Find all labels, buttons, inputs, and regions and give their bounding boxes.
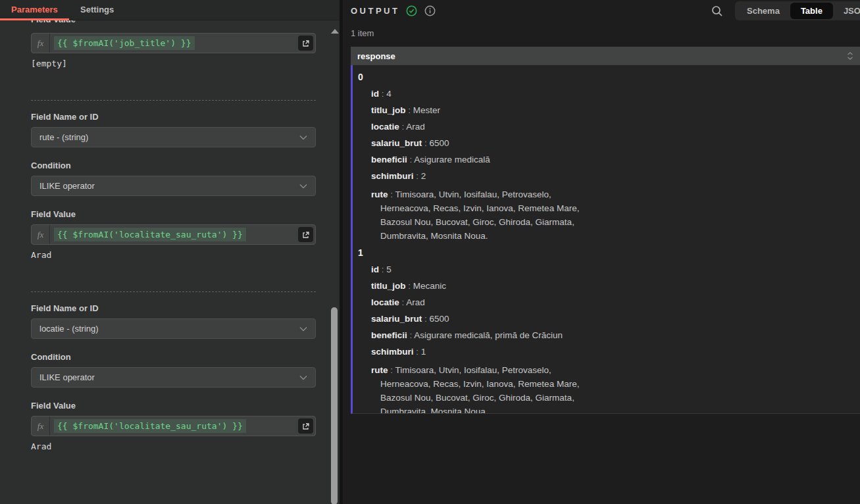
field-key: beneficii [371,330,407,340]
condition-label: Condition [31,161,71,170]
field-separator: : [407,155,415,164]
info-icon[interactable] [424,5,436,16]
field-row: rute : Timisoara, Utvin, Iosifalau, Petr… [371,363,591,414]
item-index: 0 [358,72,860,82]
select-value: locatie - (string) [39,324,299,334]
condition-select[interactable]: ILIKE operator [31,367,316,388]
field-key: salariu_brut [371,314,422,324]
field-key: titlu_job [371,281,406,291]
field-value: Arad [406,122,425,132]
field-key: locatie [371,297,399,307]
expand-icon [302,39,310,47]
field-key: id [371,89,379,99]
tab-schema[interactable]: Schema [736,3,790,19]
field-separator: : [406,281,413,291]
select-value: rute - (string) [39,132,299,142]
tab-table[interactable]: Table [790,3,833,19]
expression-text: {{ $fromAI('job_title') }} [54,36,195,50]
output-panel: OUTPUT Schema Table JSON 1 item response [343,0,860,504]
fx-icon: fx [32,34,50,53]
field-key: salariu_brut [371,138,422,148]
field-separator: : [388,189,395,199]
field-value: 1 [421,347,426,357]
active-tab-indicator [0,18,69,20]
condition-label: Condition [31,352,71,362]
response-column-header: response [351,47,860,65]
expression-text: {{ $fromAI('localitate_sau_ruta') }} [54,419,246,433]
field-value: 6500 [430,314,449,324]
tab-json[interactable]: JSON [833,3,860,19]
panel-tab-bar: Parameters Settings [0,0,340,20]
field-key: rute [371,189,388,199]
field-value-label: Field Value [31,209,76,219]
field-separator: : [388,365,395,375]
field-row: beneficii : Asigurare medicală, primă de… [371,330,860,340]
field-row: locatie : Arad [371,122,860,132]
tab-settings[interactable]: Settings [80,5,114,14]
field-key: schimburi [371,347,414,357]
field-key: id [371,265,379,274]
field-row: schimburi : 1 [371,347,860,357]
sort-icon[interactable] [847,52,853,60]
fx-icon: fx [32,416,50,436]
tab-parameters[interactable]: Parameters [11,5,58,14]
field-name-select[interactable]: rute - (string) [31,127,316,147]
chevron-down-icon [299,375,307,380]
field-separator: : [422,138,429,148]
field-value: 4 [386,89,392,99]
field-key: beneficii [371,155,407,164]
output-data-table: response 0id : 4titlu_job : Mesterlocati… [351,47,860,414]
field-row: salariu_brut : 6500 [371,138,860,148]
field-row: locatie : Arad [371,297,860,307]
expand-expression-button[interactable] [298,36,313,51]
select-value: ILIKE operator [39,372,299,382]
field-value-expression-input[interactable]: fx {{ $fromAI('localitate_sau_ruta') }} [31,416,316,436]
field-value-expression-input[interactable]: fx {{ $fromAI('localitate_sau_ruta') }} [31,224,316,245]
field-value: Mecanic [413,281,446,291]
field-row: titlu_job : Mecanic [371,281,860,291]
field-value-label: Field Value [31,401,76,411]
field-name-select[interactable]: locatie - (string) [31,318,316,339]
fx-icon: fx [32,225,50,244]
field-value: Mester [413,105,440,115]
field-row: beneficii : Asigurare medicală [371,155,860,164]
field-value: Timisoara, Utvin, Iosifalau, Petrovaselo… [380,365,579,414]
select-value: ILIKE operator [39,181,299,191]
field-value: Asigurare medicală, primă de Crăciun [414,330,563,340]
field-separator: : [399,122,407,132]
field-value: 2 [421,171,426,181]
expression-result: Arad [31,250,51,260]
field-key: titlu_job [371,105,406,115]
expression-result: [empty] [31,59,67,68]
field-value: Timisoara, Utvin, Iosifalau, Petrovaselo… [380,189,579,241]
field-name-label: Field Name or ID [31,112,99,122]
scroll-up-button[interactable] [329,26,340,36]
field-key: schimburi [371,171,414,181]
field-value: Asigurare medicală [414,155,490,164]
field-separator: : [414,171,421,181]
column-name: response [357,51,847,61]
filter-separator [31,100,316,101]
field-row: salariu_brut : 6500 [371,314,860,324]
expand-icon [302,231,310,239]
field-separator: : [407,330,415,340]
filter-separator [31,291,316,292]
field-row: id : 4 [371,89,860,99]
expand-expression-button[interactable] [298,418,313,434]
node-parameters-panel: Field Value Parameters Settings fx {{ $f… [0,0,340,504]
field-separator: : [399,297,407,307]
field-separator: : [422,314,429,324]
field-separator: : [379,265,386,274]
field-row: id : 5 [371,265,860,274]
field-value: 5 [386,265,392,274]
scrollbar-thumb[interactable] [331,307,338,504]
field-row: rute : Timisoara, Utvin, Iosifalau, Petr… [371,188,591,243]
field-name-label: Field Name or ID [31,303,99,313]
search-icon[interactable] [711,5,723,17]
output-view-switcher: Schema Table JSON [735,1,860,20]
chevron-down-icon [299,326,307,332]
condition-select[interactable]: ILIKE operator [31,176,316,196]
expand-expression-button[interactable] [298,227,313,242]
field-value-expression-input[interactable]: fx {{ $fromAI('job_title') }} [31,33,316,53]
field-separator: : [414,347,421,357]
